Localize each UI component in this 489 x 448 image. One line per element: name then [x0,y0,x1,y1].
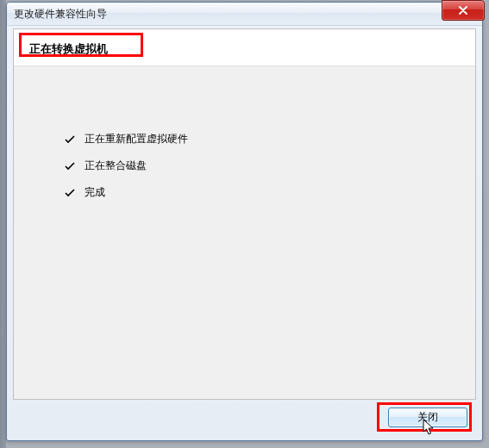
step-item: 正在重新配置虚拟硬件 [64,132,188,146]
check-icon [64,134,76,146]
window-title: 更改硬件兼容性向导 [14,7,107,22]
body-area: 正在重新配置虚拟硬件 正在整合磁盘 [14,66,475,399]
titlebar[interactable]: 更改硬件兼容性向导 [7,3,482,26]
step-label: 完成 [85,185,105,200]
check-icon [64,187,76,199]
section-heading: 正在转换虚拟机 [24,38,113,60]
close-icon [458,6,468,15]
content-outer: 正在转换虚拟机 正在重新配置虚拟硬件 [13,28,476,434]
step-item: 完成 [64,185,188,200]
step-label: 正在整合磁盘 [85,159,147,173]
window-close-button[interactable] [442,0,485,21]
step-item: 正在整合磁盘 [64,159,188,173]
steps-list: 正在重新配置虚拟硬件 正在整合磁盘 [64,132,188,212]
step-label: 正在重新配置虚拟硬件 [85,132,188,146]
viewport: 更改硬件兼容性向导 正在转换虚拟机 [0,0,489,448]
dialog-window: 更改硬件兼容性向导 正在转换虚拟机 [6,2,483,441]
footer: 关闭 [13,400,476,434]
close-button[interactable]: 关闭 [388,408,467,427]
left-shadow [0,0,6,448]
check-icon [64,160,76,172]
main-panel: 正在转换虚拟机 正在重新配置虚拟硬件 [13,28,476,400]
